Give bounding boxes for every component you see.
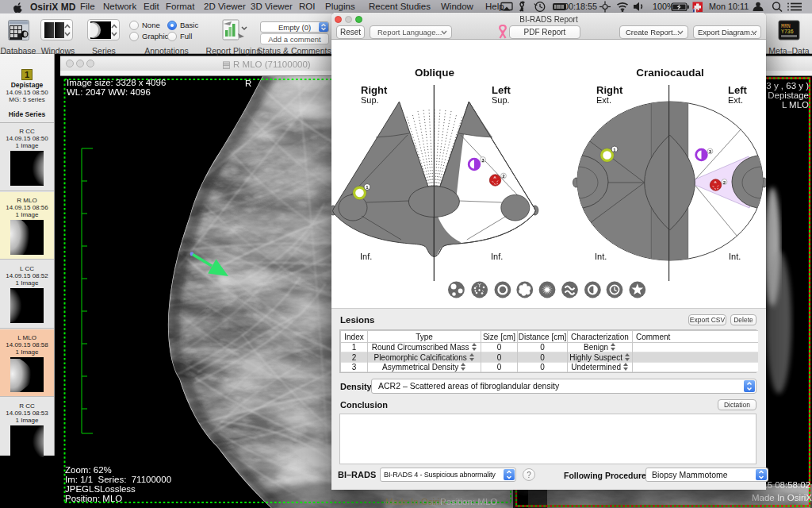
svg-text:3: 3: [481, 158, 484, 163]
svg-text:Ext.: Ext.: [728, 95, 743, 105]
svg-text:3: 3: [709, 149, 711, 154]
svg-text:Ext.: Ext.: [596, 95, 611, 105]
svg-text:Right: Right: [596, 84, 623, 96]
svg-text:Mon 10:11: Mon 10:11: [709, 2, 749, 11]
svg-text:Int.: Int.: [729, 252, 741, 261]
svg-text:Craniocaudal: Craniocaudal: [636, 67, 704, 79]
svg-text:00:18:55: 00:18:55: [564, 2, 597, 11]
svg-text:2: 2: [723, 180, 726, 185]
svg-text:Sup.: Sup.: [361, 95, 379, 105]
svg-text:Left: Left: [728, 84, 748, 96]
svg-text:Inf.: Inf.: [491, 252, 503, 261]
svg-text:Int.: Int.: [595, 252, 607, 261]
svg-text:Oblique: Oblique: [415, 67, 455, 79]
svg-text:Y736: Y736: [781, 29, 794, 35]
svg-text:Left: Left: [492, 84, 511, 96]
svg-text:2: 2: [502, 174, 504, 179]
svg-text:Inf.: Inf.: [360, 252, 372, 261]
svg-text:Sup.: Sup.: [492, 95, 510, 105]
svg-text:MRN: MRN: [781, 24, 791, 29]
svg-text:Right: Right: [361, 84, 388, 96]
